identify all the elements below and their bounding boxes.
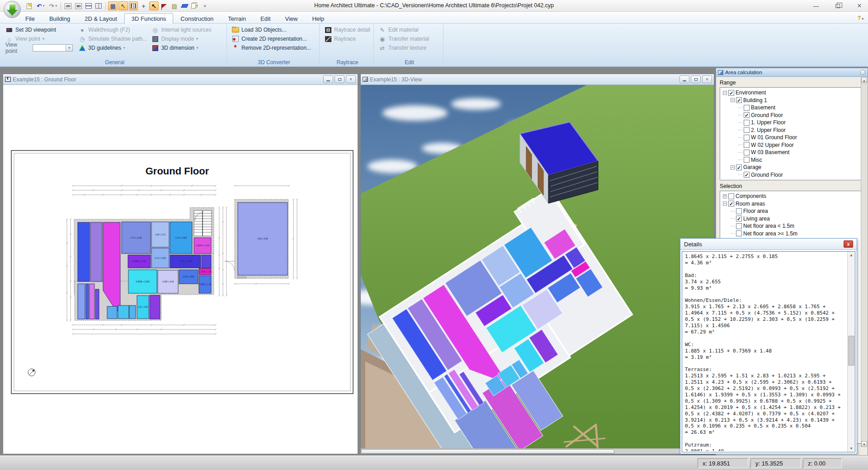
ribbon-item-raytrace-detail[interactable]: Raytrace detail — [321, 25, 372, 34]
details-titlebar[interactable]: Details x — [680, 239, 857, 250]
scroll-down-icon[interactable]: ▼ — [848, 445, 855, 452]
checkbox[interactable]: ✓ — [728, 201, 734, 207]
chevron-down-icon[interactable]: ▾ — [66, 45, 72, 51]
checkbox[interactable]: ✓ — [736, 216, 742, 221]
range-item-misc[interactable]: Misc — [721, 156, 863, 164]
scroll-down-icon[interactable]: ▼ — [861, 441, 867, 447]
view3d-restore-button[interactable] — [691, 75, 701, 83]
checkbox[interactable]: ✓ — [744, 112, 750, 118]
ribbon-item-3d-dimension[interactable]: 3D dimension▾ — [149, 43, 222, 52]
checkbox[interactable]: ✓ — [736, 97, 742, 103]
flag-icon[interactable] — [160, 1, 169, 10]
copy-icon[interactable]: ▾ — [190, 1, 199, 10]
collapse-icon[interactable]: − — [723, 91, 727, 95]
new-drawing-icon[interactable] — [24, 1, 33, 10]
hatch-icon[interactable]: ▨ — [170, 1, 179, 10]
panel-scrollbar[interactable]: ▲ ▼ — [861, 77, 867, 447]
expand-icon[interactable]: + — [723, 194, 727, 198]
view3d-close-button[interactable]: × — [702, 75, 712, 83]
scroll-up-icon[interactable]: ▲ — [848, 252, 855, 258]
selection-item-net-floor-area-1-5m[interactable]: Net floor area < 1.5m — [721, 222, 863, 230]
range-item-1-upper-floor[interactable]: 1. Upper Floor — [721, 119, 863, 127]
collapse-icon[interactable]: − — [731, 165, 735, 169]
range-item-w-01-ground-floor[interactable]: W 01 Ground Floor — [721, 134, 863, 141]
checkbox[interactable] — [728, 193, 734, 199]
view3d-hscrollbar[interactable] — [361, 448, 714, 454]
view3d-minimize-button[interactable] — [679, 75, 689, 83]
view3d-canvas[interactable] — [361, 85, 714, 454]
collapse-icon[interactable]: − — [723, 202, 727, 206]
range-item-garage[interactable]: −✓Garage — [721, 164, 863, 171]
selection-item-room-areas[interactable]: −✓Room areas — [721, 200, 863, 208]
tab-file[interactable]: File — [18, 13, 42, 24]
plan-close-button[interactable]: × — [346, 75, 356, 83]
checkbox[interactable] — [736, 230, 742, 236]
redo-icon[interactable]: ↷▾ — [47, 1, 59, 10]
checkbox[interactable] — [744, 157, 750, 163]
help-icon[interactable]: ?▾ — [858, 14, 863, 21]
selection-item-net-floor-area-1-5m[interactable]: Net floor area >= 1.5m — [721, 230, 863, 238]
ribbon-item-raytrace[interactable]: Raytrace — [321, 34, 372, 43]
3d-view-icon[interactable]: 3D — [74, 1, 83, 10]
cursor-guides-icon[interactable]: ↖ — [118, 1, 128, 10]
ribbon-item-simulate-shadow-path-[interactable]: ◷Simulate Shadow path... — [75, 34, 148, 43]
app-logo-button[interactable] — [4, 1, 21, 18]
ribbon-item-edit-material[interactable]: ✎Edit material — [376, 25, 442, 34]
tab-edit[interactable]: Edit — [253, 13, 278, 24]
checkbox[interactable] — [736, 223, 742, 229]
ribbon-item-create-2d-representation-[interactable]: Create 2D representation... — [229, 34, 318, 43]
details-scrollbar[interactable]: ▲ ▼ — [847, 252, 855, 452]
2d-view-icon[interactable]: 2D — [63, 1, 73, 10]
checkbox[interactable] — [744, 150, 750, 155]
area-panel-header[interactable]: Area calculation — [716, 68, 868, 77]
range-item-basement[interactable]: Basement — [721, 104, 863, 112]
ribbon-item-internal-light-sources[interactable]: ◎Internal light sources — [149, 25, 222, 34]
range-item-environment[interactable]: −✓Environment — [721, 89, 863, 97]
roof-plane-icon[interactable] — [180, 1, 189, 10]
tab-construction[interactable]: Construction — [173, 13, 221, 24]
tab-3d-functions[interactable]: 3D Functions — [124, 13, 174, 24]
checkbox[interactable] — [744, 127, 750, 133]
split-horizontal-icon[interactable] — [84, 1, 93, 10]
tab-view[interactable]: View — [278, 13, 305, 24]
range-item-ground-floor[interactable]: ✓Ground Floor — [721, 112, 863, 119]
range-item-w-02-upper-floor[interactable]: W 02 Upper Floor — [721, 141, 863, 149]
plan-restore-button[interactable] — [335, 75, 344, 83]
app-close-button[interactable]: × — [854, 2, 865, 10]
selection-item-living-area[interactable]: ✓Living area — [721, 215, 863, 223]
tab-help[interactable]: Help — [305, 13, 331, 24]
checkbox[interactable] — [744, 120, 750, 126]
ribbon-item-transfer-texture[interactable]: ⇄Transfer texture — [376, 43, 442, 52]
ribbon-item-transfer-material[interactable]: ◉Transfer material — [376, 34, 442, 43]
ribbon-item-3d-guidelines[interactable]: 3D guidelines▾ — [75, 43, 148, 52]
scrollbar-thumb[interactable] — [848, 336, 854, 366]
ribbon-item-set-3d-viewpoint[interactable]: Set 3D viewpoint — [3, 25, 75, 34]
plan-canvas[interactable]: Ground Floor 3.74 x 3.4353.04 x 3.733.74… — [3, 85, 358, 454]
grid-icon[interactable]: ▦ — [108, 1, 118, 10]
range-item-w-03-basement[interactable]: W 03 Basement — [721, 149, 863, 156]
details-close-button[interactable]: x — [844, 240, 853, 248]
app-restore-button[interactable] — [832, 3, 844, 9]
split-vertical-icon[interactable] — [94, 1, 103, 10]
tab-building[interactable]: Building — [42, 13, 77, 24]
columns-icon[interactable] — [129, 1, 138, 10]
checkbox[interactable] — [744, 135, 750, 141]
range-item-ground-floor[interactable]: ✓Ground Floor — [721, 171, 863, 179]
tab-terrain[interactable]: Terrain — [221, 13, 253, 24]
checkbox[interactable] — [744, 105, 750, 111]
tab-2d-layout[interactable]: 2D & Layout — [77, 13, 124, 24]
ribbon-item-load-3d-objects-[interactable]: Load 3D Objects... — [229, 25, 318, 34]
plan-window-titlebar[interactable]: Example15 : Ground Floor × — [3, 74, 358, 85]
checkbox[interactable] — [744, 142, 750, 148]
toolbar-overflow-icon[interactable]: ≡ — [200, 1, 210, 10]
view-point-combobox[interactable]: ▾ — [33, 44, 73, 52]
pointer-icon[interactable]: ↖ — [149, 1, 159, 10]
scrollbar-thumb[interactable] — [361, 449, 614, 454]
ribbon-item-display-mode[interactable]: Display mode▾ — [149, 34, 222, 43]
undo-icon[interactable]: ↶▾ — [34, 1, 46, 10]
ribbon-item-remove-2d-representation-[interactable]: *Remove 2D-representation... — [229, 43, 318, 52]
range-item-building-1[interactable]: −✓Building 1 — [721, 97, 863, 104]
plan-minimize-button[interactable] — [323, 75, 333, 83]
checkbox[interactable] — [736, 208, 742, 214]
panel-pin-icon[interactable] — [860, 70, 866, 75]
